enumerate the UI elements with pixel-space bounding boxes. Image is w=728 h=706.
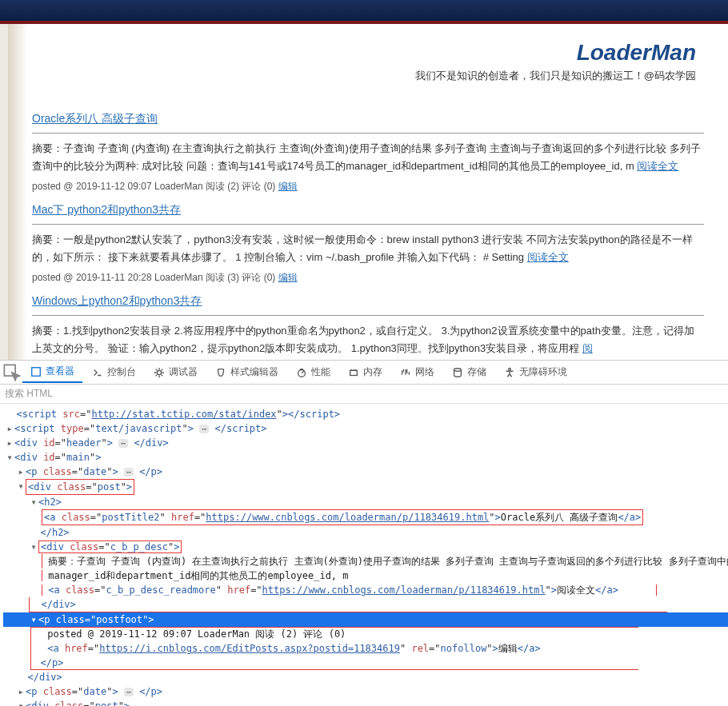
post-summary: 摘要：子查询 子查询 (内查询) 在主查询执行之前执行 主查询(外查询)使用子查… <box>32 140 704 175</box>
tab-performance[interactable]: 性能 <box>288 362 338 382</box>
post-title-link[interactable]: Mac下 python2和python3共存 <box>32 203 181 216</box>
post-title-link[interactable]: Oracle系列八 高级子查询 <box>32 112 158 125</box>
tab-network[interactable]: 网络 <box>392 362 442 382</box>
tab-label: 存储 <box>467 365 486 379</box>
tab-storage[interactable]: 存储 <box>444 362 494 382</box>
summary-text: 摘要：子查询 子查询 (内查询) 在主查询执行之前执行 主查询(外查询)使用子查… <box>32 142 701 172</box>
dom-node[interactable]: ▸<div id="header"> ⋯ </div> <box>3 436 728 450</box>
post-separator <box>32 315 704 316</box>
search-placeholder: 搜索 HTML <box>5 387 53 401</box>
tab-label: 网络 <box>415 365 434 379</box>
dom-node-selected[interactable]: ▾<p class="postfoot"> <box>3 612 728 627</box>
post-meta: posted @ 2019-11-12 09:07 LoaderMan 阅读 (… <box>32 181 278 192</box>
header-shadow <box>8 24 27 104</box>
tab-style[interactable]: 样式编辑器 <box>207 362 286 382</box>
content-shadow <box>8 104 27 360</box>
dom-node[interactable]: </h2> <box>3 525 728 540</box>
tab-accessibility[interactable]: 无障碍环境 <box>496 362 575 382</box>
svg-point-2 <box>157 370 161 374</box>
dom-node[interactable]: ▾<div class="post"> <box>3 479 728 495</box>
tab-console[interactable]: 控制台 <box>84 362 144 382</box>
tab-inspector[interactable]: 查看器 <box>22 361 82 383</box>
dom-node[interactable]: ▾<div class="c_b_p_desc"> <box>3 540 728 554</box>
readmore-link[interactable]: 阅读全文 <box>527 251 569 263</box>
summary-text: 摘要：1.找到python2安装目录 2.将应用程序中的python重命名为py… <box>32 325 694 354</box>
edit-link[interactable]: 编辑 <box>278 181 298 192</box>
readmore-link[interactable]: 阅 <box>582 342 593 354</box>
dom-node[interactable]: ▾<div class="post"> <box>3 699 728 706</box>
tab-label: 样式编辑器 <box>230 365 278 379</box>
blog-subtitle: 我们不是知识的创造者，我们只是知识的搬运工！@码农学园 <box>32 69 704 83</box>
post-footer: posted @ 2019-11-11 20:28 LoaderMan 阅读 (… <box>32 271 704 285</box>
dom-tree[interactable]: <script src="http://stat.tctip.com/stat/… <box>0 404 728 706</box>
post-summary: 摘要：一般是python2默认安装了，python3没有安装，这时候一般使用命令… <box>32 231 704 266</box>
svg-point-5 <box>454 368 462 371</box>
dom-node[interactable]: </div> <box>3 597 728 612</box>
svg-point-6 <box>509 368 511 370</box>
tab-label: 性能 <box>311 365 330 379</box>
dom-node[interactable]: <script src="http://stat.tctip.com/stat/… <box>3 407 728 421</box>
dom-text: 摘要：子查询 子查询 (内查询) 在主查询执行之前执行 主查询(外查询)使用子查… <box>3 554 728 568</box>
tab-label: 无障碍环境 <box>519 365 567 379</box>
page-banner <box>0 0 728 24</box>
post-separator <box>32 224 704 225</box>
readmore-link[interactable]: 阅读全文 <box>637 160 678 172</box>
devtools-search[interactable]: 搜索 HTML <box>0 385 728 404</box>
edit-link[interactable]: 编辑 <box>278 272 298 283</box>
post-title: Oracle系列八 高级子查询 <box>32 112 704 126</box>
post-title: Mac下 python2和python3共存 <box>32 203 704 217</box>
dom-node[interactable]: ▸<script type="text/javascript"> ⋯ </scr… <box>3 421 728 436</box>
tab-debugger[interactable]: 调试器 <box>146 362 206 382</box>
svg-rect-1 <box>32 367 41 376</box>
post-item: Oracle系列八 高级子查询 摘要：子查询 子查询 (内查询) 在主查询执行之… <box>32 112 704 193</box>
dom-node[interactable]: </p> <box>3 656 728 670</box>
dom-node[interactable]: ▾<h2> <box>3 495 728 509</box>
tab-memory[interactable]: 内存 <box>340 362 390 382</box>
dom-node[interactable]: <a href="https://i.cnblogs.com/EditPosts… <box>3 641 728 656</box>
blog-title[interactable]: LoaderMan <box>32 40 704 66</box>
dom-node[interactable]: ▸<p class="date"> ⋯ </p> <box>3 465 728 479</box>
tab-label: 调试器 <box>169 365 198 379</box>
summary-text: 摘要：一般是python2默认安装了，python3没有安装，这时候一般使用命令… <box>32 233 693 263</box>
devtools-panel: 查看器 控制台 调试器 样式编辑器 性能 内存 网络 存储 <box>0 360 728 706</box>
devtools-tabs: 查看器 控制台 调试器 样式编辑器 性能 内存 网络 存储 <box>0 361 728 385</box>
blog-header: LoaderMan 我们不是知识的创造者，我们只是知识的搬运工！@码农学园 <box>0 24 728 104</box>
tab-label: 控制台 <box>107 365 136 379</box>
post-footer: posted @ 2019-11-12 09:07 LoaderMan 阅读 (… <box>32 180 704 193</box>
post-title: Windows上python2和python3共存 <box>32 294 704 309</box>
post-separator <box>32 133 704 134</box>
dom-text: manager_id和department_id相同的其他员工的employee… <box>3 568 728 583</box>
post-title-link[interactable]: Windows上python2和python3共存 <box>32 294 202 307</box>
post-item: Mac下 python2和python3共存 摘要：一般是python2默认安装… <box>32 203 704 285</box>
pick-element-icon[interactable] <box>3 364 21 381</box>
dom-node[interactable]: ▸<p class="date"> ⋯ </p> <box>3 684 728 699</box>
dom-text: posted @ 2019-11-12 09:07 LoaderMan 阅读 (… <box>3 627 728 641</box>
dom-node[interactable]: </div> <box>3 670 728 684</box>
dom-node[interactable]: <a class="postTitle2" href="https://www.… <box>3 509 728 525</box>
tab-label: 内存 <box>363 365 382 379</box>
post-item: Windows上python2和python3共存 摘要：1.找到python2… <box>32 294 704 357</box>
svg-rect-4 <box>350 370 358 375</box>
tab-label: 查看器 <box>46 365 74 378</box>
blog-content: Oracle系列八 高级子查询 摘要：子查询 子查询 (内查询) 在主查询执行之… <box>0 104 728 360</box>
post-summary: 摘要：1.找到python2安装目录 2.将应用程序中的python重命名为py… <box>32 322 704 357</box>
dom-node[interactable]: <a class="c_b_p_desc_readmore" href="htt… <box>3 583 728 597</box>
post-meta: posted @ 2019-11-11 20:28 LoaderMan 阅读 (… <box>32 272 278 283</box>
dom-node[interactable]: ▾<div id="main"> <box>3 450 728 465</box>
